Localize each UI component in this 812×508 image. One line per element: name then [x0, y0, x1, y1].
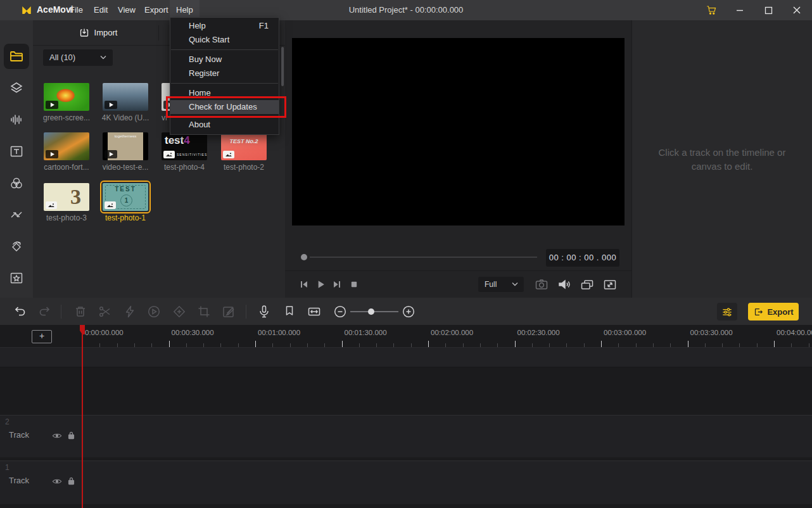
- lock-icon[interactable]: [67, 431, 75, 440]
- maximize-icon[interactable]: [754, 0, 782, 20]
- ruler-tick: [705, 343, 706, 347]
- undo-icon[interactable]: [13, 304, 28, 319]
- track-row-2[interactable]: 2 Track: [0, 415, 812, 457]
- ruler-tick: [99, 343, 100, 347]
- speaker-icon[interactable]: [557, 277, 572, 292]
- thumbnail-art-number: 1: [120, 194, 132, 206]
- edit-icon[interactable]: [221, 304, 236, 319]
- previous-frame-icon[interactable]: [298, 278, 310, 291]
- timeline-zoom-slider-handle[interactable]: [368, 308, 374, 315]
- filters-icon[interactable]: [9, 175, 24, 191]
- divider: [246, 305, 246, 319]
- ruler-time-label: 00:01:00.000: [258, 329, 300, 336]
- timeline-empty-strip[interactable]: [0, 348, 812, 367]
- video-badge-icon: [105, 150, 117, 158]
- ruler-tick: [324, 343, 325, 347]
- media-item-label: cartoon-fort...: [38, 163, 95, 172]
- snapshot-camera-icon[interactable]: [534, 277, 549, 292]
- menu-file[interactable]: File: [63, 0, 89, 20]
- menu-view[interactable]: View: [111, 0, 142, 20]
- minimize-icon[interactable]: [726, 0, 754, 20]
- ruler-tick: [255, 341, 256, 347]
- crop-icon[interactable]: [196, 304, 212, 319]
- split-bolt-icon[interactable]: [122, 304, 137, 319]
- ruler-tick: [411, 343, 412, 347]
- media-thumbnail: togetherness: [103, 132, 148, 160]
- ruler-time-label: 00:03:30.000: [690, 329, 733, 336]
- close-icon[interactable]: [783, 0, 811, 20]
- stop-icon[interactable]: [348, 278, 360, 291]
- scissors-icon[interactable]: [98, 304, 113, 319]
- media-item-label: test-photo-1: [97, 213, 154, 222]
- divider: [61, 305, 61, 319]
- play-icon[interactable]: [314, 278, 327, 291]
- export-button[interactable]: Export: [748, 303, 799, 321]
- ruler-tick: [497, 343, 498, 347]
- track-label: Track: [9, 476, 29, 485]
- seek-handle[interactable]: [301, 254, 307, 260]
- playhead[interactable]: [82, 325, 83, 508]
- waveform-icon[interactable]: [9, 112, 24, 127]
- keyframe-icon[interactable]: [172, 304, 187, 319]
- menu-export[interactable]: Export: [138, 0, 175, 20]
- zoom-out-icon[interactable]: [333, 304, 348, 319]
- thumbnail-art-text: 3: [70, 183, 81, 211]
- preview-canvas[interactable]: [292, 38, 625, 225]
- track-row-1[interactable]: 1 Track: [0, 460, 812, 504]
- ruler-ticks: [0, 340, 812, 347]
- eye-icon[interactable]: [52, 478, 62, 485]
- cart-icon[interactable]: [697, 0, 725, 20]
- menu-item-quick-start[interactable]: Quick Start: [170, 33, 279, 47]
- microphone-icon[interactable]: [257, 304, 272, 319]
- menu-item-help[interactable]: HelpF1: [170, 19, 279, 33]
- settings-sliders-icon[interactable]: [717, 303, 737, 321]
- ruler-time-label: 00:00:30.000: [172, 329, 214, 336]
- import-button[interactable]: Import: [38, 23, 158, 42]
- thumbnail-art-text: test4: [165, 134, 190, 147]
- speed-icon[interactable]: [146, 304, 162, 319]
- acemovi-logo-icon: [20, 4, 33, 16]
- ruler-tick: [515, 341, 516, 347]
- menu-item-buy-now[interactable]: Buy Now: [170, 53, 279, 67]
- video-badge-icon: [46, 150, 58, 158]
- media-scrollbar[interactable]: [281, 47, 284, 86]
- ruler-tick: [722, 343, 723, 347]
- eye-icon[interactable]: [52, 432, 62, 440]
- timeline-zoom-slider[interactable]: [350, 311, 398, 312]
- folder-icon[interactable]: [9, 49, 24, 64]
- next-frame-icon[interactable]: [331, 278, 343, 291]
- text-icon[interactable]: [9, 144, 24, 159]
- dual-display-icon[interactable]: [580, 277, 595, 292]
- track-label: Track: [9, 430, 29, 440]
- redo-icon[interactable]: [37, 304, 52, 319]
- transitions-icon[interactable]: [9, 207, 24, 222]
- menu-separator: [171, 83, 278, 84]
- menu-item-about[interactable]: About: [170, 118, 279, 132]
- menu-item-register[interactable]: Register: [170, 67, 279, 80]
- thumbnail-art-text: TEST: [103, 186, 148, 193]
- marker-icon[interactable]: [282, 304, 297, 319]
- media-item-label: test-photo-4: [156, 163, 213, 172]
- seek-bar[interactable]: [310, 257, 537, 258]
- media-filter-value: All (10): [49, 53, 75, 62]
- ruler-tick: [601, 341, 602, 347]
- media-filter-dropdown[interactable]: All (10): [43, 49, 113, 66]
- ruler-tick: [549, 343, 550, 347]
- ruler-tick: [532, 343, 533, 347]
- layers-icon[interactable]: [9, 80, 24, 96]
- zoom-in-icon[interactable]: [401, 304, 416, 319]
- ruler-tick: [203, 343, 204, 347]
- track-number: 2: [5, 417, 10, 426]
- media-thumbnail: [103, 83, 148, 111]
- lock-icon[interactable]: [67, 476, 75, 486]
- fit-timeline-icon[interactable]: [307, 304, 322, 319]
- ruler-tick: [117, 343, 118, 347]
- thumbnail-art-text: togetherness: [103, 134, 148, 138]
- star-box-icon[interactable]: [9, 270, 24, 286]
- preview-zoom-dropdown[interactable]: Full: [478, 277, 524, 292]
- trash-icon[interactable]: [73, 304, 88, 319]
- rotate-diamond-icon[interactable]: [9, 239, 24, 254]
- import-label: Import: [94, 28, 118, 37]
- fullscreen-icon[interactable]: [602, 277, 618, 292]
- menu-edit[interactable]: Edit: [87, 0, 114, 20]
